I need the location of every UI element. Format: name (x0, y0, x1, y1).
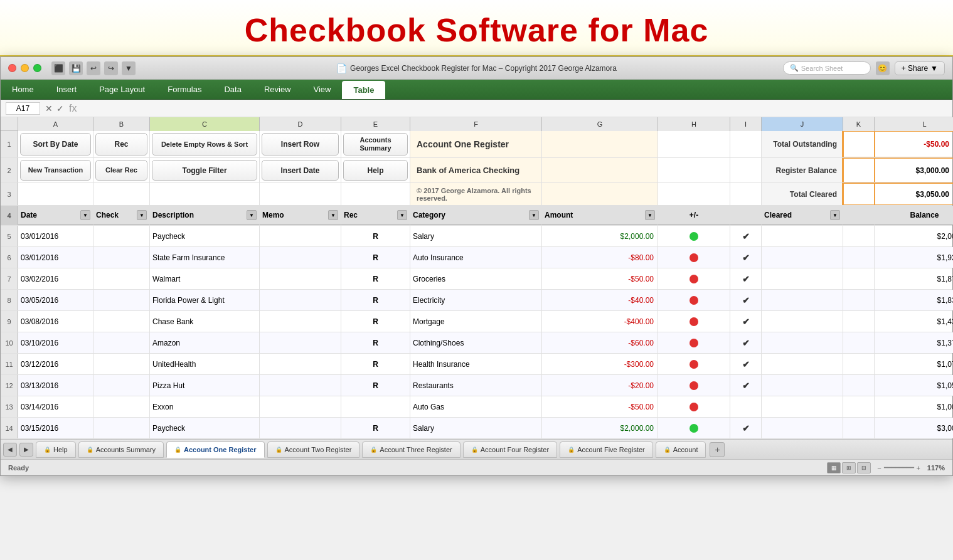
header-date[interactable]: Date ▼ (18, 206, 93, 225)
amount-filter-arrow[interactable]: ▼ (645, 210, 655, 220)
redo-icon[interactable]: ↪ (104, 61, 118, 75)
menu-formulas[interactable]: Formulas (156, 80, 213, 99)
cell-balance[interactable]: $1,070.00 (875, 354, 953, 374)
col-header-i[interactable]: I (730, 117, 762, 131)
cell-check[interactable] (93, 290, 150, 310)
share-button[interactable]: + Share ▼ (895, 61, 945, 75)
cell-balance[interactable]: $1,050.00 (875, 375, 953, 396)
menu-page-layout[interactable]: Page Layout (88, 80, 156, 99)
cell-date[interactable]: 03/13/2016 (18, 375, 93, 396)
cell-date[interactable]: 03/15/2016 (18, 418, 93, 438)
cell-description[interactable]: Florida Power & Light (150, 290, 260, 310)
cell-balance[interactable]: $1,370.00 (875, 332, 953, 353)
cell-category[interactable]: Health Insurance (410, 354, 542, 374)
clear-rec-button[interactable]: Clear Rec (95, 160, 147, 181)
cell-rec[interactable]: R (341, 226, 410, 246)
cell-memo[interactable] (260, 332, 341, 353)
cell-amount[interactable]: -$60.00 (542, 332, 658, 353)
cell-memo[interactable] (260, 375, 341, 396)
formula-x-icon[interactable]: ✕ (45, 103, 53, 114)
normal-view-button[interactable]: ▦ (827, 462, 841, 473)
cell-check[interactable] (93, 418, 150, 438)
tab-accounts-summary[interactable]: 🔒Accounts Summary (78, 441, 164, 458)
zoom-in-button[interactable]: + (917, 464, 920, 472)
cell-amount[interactable]: -$300.00 (542, 354, 658, 374)
cell-rec[interactable]: R (341, 418, 410, 438)
cell-rec[interactable]: R (341, 268, 410, 289)
cell-memo[interactable] (260, 226, 341, 246)
cell-memo[interactable] (260, 354, 341, 374)
sort-by-date-button[interactable]: Sort By Date (20, 133, 91, 156)
cell-category[interactable]: Electricity (410, 290, 542, 310)
check-filter-arrow[interactable]: ▼ (137, 210, 147, 220)
tab-nav-right[interactable]: ▶ (19, 443, 33, 457)
cell-description[interactable]: UnitedHealth (150, 354, 260, 374)
cell-amount[interactable]: $2,000.00 (542, 226, 658, 246)
cell-rec[interactable]: R (341, 311, 410, 332)
zoom-out-button[interactable]: − (877, 464, 881, 472)
tab-account-three[interactable]: 🔒Account Three Register (362, 441, 460, 458)
col-header-j[interactable]: J (762, 117, 843, 131)
cell-date[interactable]: 03/08/2016 (18, 311, 93, 332)
save-icon[interactable]: 💾 (69, 61, 83, 75)
cell-description[interactable]: Paycheck (150, 226, 260, 246)
cell-category[interactable]: Auto Insurance (410, 247, 542, 268)
cell-date[interactable]: 03/01/2016 (18, 247, 93, 268)
header-amount[interactable]: Amount ▼ (542, 206, 658, 225)
cell-check[interactable] (93, 396, 150, 417)
cell-reference-input[interactable]: A17 (6, 102, 40, 115)
memo-filter-arrow[interactable]: ▼ (328, 210, 338, 220)
cell-category[interactable]: Salary (410, 418, 542, 438)
menu-review[interactable]: Review (253, 80, 302, 99)
cell-check[interactable] (93, 311, 150, 332)
cell-balance[interactable]: $1,430.00 (875, 311, 953, 332)
accounts-summary-button[interactable]: Accounts Summary (343, 133, 408, 156)
tab-help[interactable]: 🔒Help (36, 441, 76, 458)
cell-description[interactable]: Chase Bank (150, 311, 260, 332)
add-tab-button[interactable]: + (710, 442, 725, 457)
filter-icon[interactable]: ▼ (122, 61, 136, 75)
cell-balance[interactable]: $1,870.00 (875, 268, 953, 289)
cell-category[interactable]: Restaurants (410, 375, 542, 396)
cell-date[interactable]: 03/12/2016 (18, 354, 93, 374)
cell-date[interactable]: 03/01/2016 (18, 226, 93, 246)
cell-check[interactable] (93, 332, 150, 353)
cleared-filter-arrow[interactable]: ▼ (830, 210, 840, 220)
cell-amount[interactable]: -$50.00 (542, 396, 658, 417)
tab-account-four[interactable]: 🔒Account Four Register (463, 441, 557, 458)
cell-category[interactable]: Salary (410, 226, 542, 246)
cell-check[interactable] (93, 268, 150, 289)
cell-amount[interactable]: -$80.00 (542, 247, 658, 268)
cell-rec[interactable]: R (341, 332, 410, 353)
cell-check[interactable] (93, 375, 150, 396)
insert-date-button[interactable]: Insert Date (262, 160, 339, 181)
cell-description[interactable]: Pizza Hut (150, 375, 260, 396)
cell-rec[interactable]: R (341, 290, 410, 310)
category-filter-arrow[interactable]: ▼ (529, 210, 539, 220)
formula-check-icon[interactable]: ✓ (56, 103, 64, 114)
toggle-filter-button[interactable]: Toggle Filter (152, 160, 257, 181)
cell-amount[interactable]: -$40.00 (542, 290, 658, 310)
header-description[interactable]: Description ▼ (150, 206, 260, 225)
cell-memo[interactable] (260, 418, 341, 438)
emoji-icon[interactable]: 😊 (876, 61, 890, 75)
cell-memo[interactable] (260, 247, 341, 268)
menu-home[interactable]: Home (1, 80, 45, 99)
menu-table[interactable]: Table (342, 81, 385, 99)
tab-nav-left[interactable]: ◀ (3, 443, 17, 457)
menu-insert[interactable]: Insert (45, 80, 88, 99)
col-header-e[interactable]: E (341, 117, 410, 131)
menu-data[interactable]: Data (213, 80, 252, 99)
cell-date[interactable]: 03/10/2016 (18, 332, 93, 353)
maximize-button[interactable] (33, 64, 41, 72)
cell-rec[interactable]: R (341, 247, 410, 268)
header-check[interactable]: Check ▼ (93, 206, 150, 225)
header-cleared[interactable]: Cleared ▼ (762, 206, 843, 225)
cell-balance[interactable]: $1,920.00 (875, 247, 953, 268)
cell-memo[interactable] (260, 268, 341, 289)
cell-balance[interactable]: $1,830.00 (875, 290, 953, 310)
col-header-g[interactable]: G (542, 117, 658, 131)
help-button[interactable]: Help (343, 160, 408, 181)
cell-balance[interactable]: $1,000.00 (875, 396, 953, 417)
rec-button[interactable]: Rec (95, 133, 147, 156)
